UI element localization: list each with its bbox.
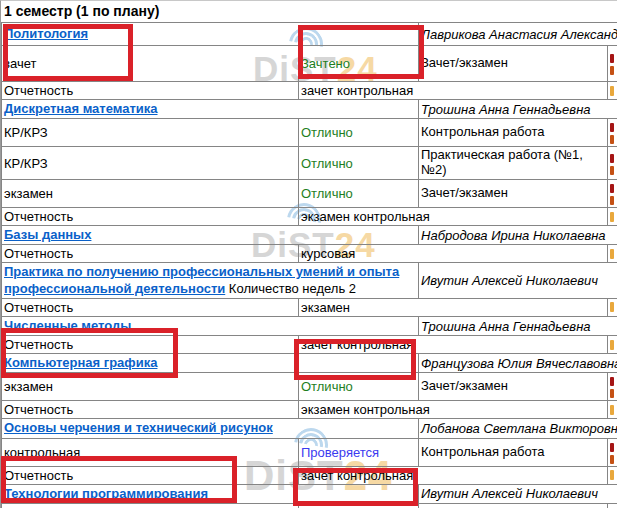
subject-cell: Дискретная математика <box>2 100 419 119</box>
clipped-extra-cell <box>608 245 617 263</box>
clipped-column-fragment <box>610 443 614 452</box>
table-row-report: Отчетностькурсовая <box>2 245 617 263</box>
teacher-name: Набродова Ирина Николаевна <box>419 226 617 245</box>
report-value-cell: зачет контрольная <box>299 82 608 100</box>
clipped-column-fragment <box>610 377 614 386</box>
table-row-report: Отчетностьэкзамен контрольная <box>2 208 617 226</box>
work-type-cell: Контрольная работа <box>419 119 608 147</box>
annotation-box-grade-zachteno-top <box>298 25 424 79</box>
table-row-grade: КР/КРЗОтличноКонтрольная работа <box>2 119 617 147</box>
table-row-grade: КР/КРЗОтличноПрактическая работа (№1, №2… <box>2 147 617 180</box>
clipped-extra-cell <box>608 336 617 354</box>
table-row-subject: Дискретная математикаТрошина Анна Геннад… <box>2 100 617 119</box>
clipped-column-fragment <box>610 154 614 163</box>
clipped-extra-cell <box>608 298 617 316</box>
subject-link[interactable]: Дискретная математика <box>4 101 158 116</box>
grade-value-cell: Отлично <box>299 119 419 147</box>
clipped-column-fragment <box>610 123 614 132</box>
annotation-box-grade-otlichno <box>294 339 416 380</box>
report-value-cell: экзамен <box>299 298 608 316</box>
clipped-column-fragment <box>610 249 614 259</box>
clipped-extra-cell <box>608 82 617 100</box>
table-row-subject: Базы данныхНабродова Ирина Николаевна <box>2 226 617 245</box>
clipped-extra-cell <box>608 147 617 180</box>
grade-value-cell: Отлично <box>299 147 419 180</box>
control-type-cell: КР/КРЗ <box>2 147 299 180</box>
report-label-cell: Отчетность <box>2 82 299 100</box>
clipped-extra-cell <box>608 373 617 401</box>
clipped-extra-cell <box>608 503 617 508</box>
clipped-column-fragment <box>610 405 614 415</box>
work-type-cell: Зачет <box>419 503 608 508</box>
clipped-column-fragment <box>610 212 614 222</box>
subject-link[interactable]: Основы черчения и технический рисунок <box>4 420 273 435</box>
annotation-box-subject-komp-grafika <box>1 328 178 378</box>
clipped-column-fragment <box>610 196 614 205</box>
table-row-report: Отчетностьзачет контрольная <box>2 82 617 100</box>
subject-cell: Практика по получению профессиональных у… <box>2 263 419 299</box>
clipped-column-fragment <box>610 66 614 75</box>
teacher-name: Лобанова Светлана Викторовна <box>419 419 617 438</box>
clipped-extra-cell <box>608 180 617 208</box>
table-row-subject: Основы черчения и технический рисунокЛоб… <box>2 419 617 438</box>
annotation-box-grade-zachteno-bottom <box>293 468 418 506</box>
table-row-report: Отчетностьэкзамен <box>2 298 617 316</box>
clipped-extra-cell <box>608 401 617 419</box>
grade-value: Отлично <box>301 125 353 140</box>
clipped-column-fragment <box>610 135 614 144</box>
control-type-cell: экзамен <box>2 180 299 208</box>
subject-extra-info: Количество недель 2 <box>225 281 356 296</box>
report-label-cell: Отчетность <box>2 401 299 419</box>
table-row-report: Отчетностьэкзамен контрольная <box>2 401 617 419</box>
clipped-column-fragment <box>610 184 614 193</box>
clipped-column-fragment <box>610 86 614 96</box>
subject-cell: Базы данных <box>2 226 419 245</box>
work-type-cell: Практическая работа (№1, №2) <box>419 147 608 180</box>
grade-value: Отлично <box>301 379 353 394</box>
control-type-cell: зачет <box>2 503 299 508</box>
grade-value: Отлично <box>301 186 353 201</box>
table-row-grade: экзаменОтличноЗачет/экзамен <box>2 180 617 208</box>
grade-value-cell: Проверяется <box>299 438 419 466</box>
gradebook-semester-view: 1 семестр (1 по плану) DiST24 DiST24 DiS… <box>0 0 617 508</box>
grade-value-cell: Отлично <box>299 180 419 208</box>
control-type-cell: КР/КРЗ <box>2 119 299 147</box>
clipped-column-fragment <box>610 302 614 312</box>
clipped-column-fragment <box>610 389 614 398</box>
report-value-cell: экзамен контрольная <box>299 208 608 226</box>
work-type-cell: Зачет/экзамен <box>419 46 608 82</box>
work-type-cell: Зачет/экзамен <box>419 180 608 208</box>
clipped-column-fragment <box>610 166 614 175</box>
grade-value[interactable]: Проверяется <box>301 445 379 460</box>
report-label-cell: Отчетность <box>2 208 299 226</box>
clipped-extra-cell <box>608 208 617 226</box>
clipped-extra-cell <box>608 466 617 484</box>
report-label-cell: Отчетность <box>2 245 299 263</box>
clipped-column-fragment <box>610 455 614 464</box>
teacher-name: Трошина Анна Геннадьевна <box>419 100 617 119</box>
teacher-name: Французова Юлия Вячеславовна <box>419 354 617 373</box>
clipped-column-fragment <box>610 54 614 63</box>
page-title: 1 семестр (1 по плану) <box>4 3 159 19</box>
work-type-cell: Зачет/экзамен <box>419 373 608 401</box>
clipped-column-fragment <box>610 340 614 350</box>
annotation-box-subject-tehnologii <box>1 456 237 503</box>
clipped-extra-cell <box>608 46 617 82</box>
semester-grades-table: ПолитологияЛаврикова Анастасия Александр… <box>1 22 617 508</box>
teacher-name: Лаврикова Анастасия Александровна <box>419 23 617 46</box>
grade-value: Отлично <box>301 156 353 171</box>
clipped-column-fragment <box>610 470 614 480</box>
work-type-cell: Контрольная работа <box>419 438 608 466</box>
subject-link[interactable]: Базы данных <box>4 227 91 242</box>
subject-cell: Основы черчения и технический рисунок <box>2 419 419 438</box>
clipped-extra-cell <box>608 119 617 147</box>
teacher-name: Ивутин Алексей Николаевич <box>419 263 617 299</box>
table-row-subject: Практика по получению профессиональных у… <box>2 263 617 299</box>
report-value-cell: курсовая <box>299 245 608 263</box>
report-value-cell: экзамен контрольная <box>299 401 608 419</box>
report-label-cell: Отчетность <box>2 298 299 316</box>
annotation-box-subject-politologiya <box>3 24 133 81</box>
teacher-name: Ивутин Алексей Николаевич <box>419 484 617 503</box>
clipped-extra-cell <box>608 438 617 466</box>
teacher-name: Трошина Анна Геннадьевна <box>419 316 617 335</box>
